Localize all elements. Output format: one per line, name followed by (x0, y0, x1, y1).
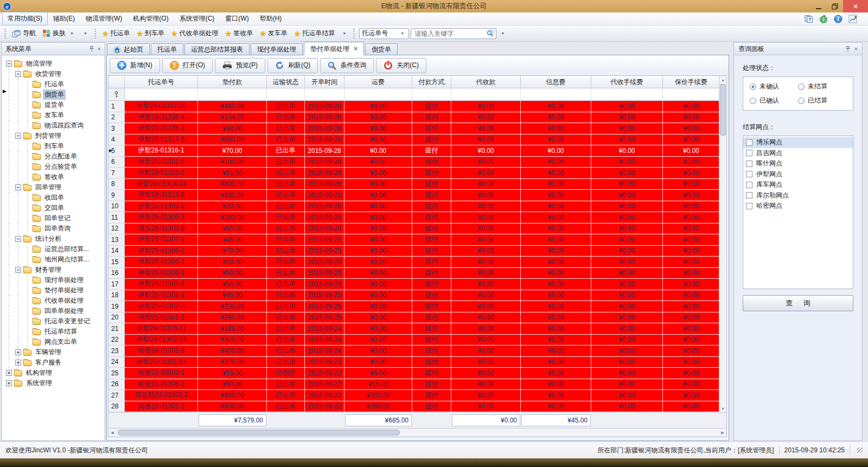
tree-item-回单单据处理[interactable]: 回单单据处理 (2, 306, 104, 316)
tab-起始页[interactable]: 起始页 (107, 43, 150, 55)
tree-item-交回单[interactable]: 交回单 (2, 203, 104, 213)
condition-query-button[interactable]: 条件查询 (320, 58, 374, 73)
favorite-button[interactable]: ★签收单 (222, 29, 257, 38)
tree-item-地州网点结算...[interactable]: 地州网点结算... (2, 254, 104, 265)
tree-item-统计分析[interactable]: 统计分析 (2, 234, 104, 244)
minimize-button[interactable] (810, 0, 827, 12)
search-icon[interactable] (487, 30, 494, 37)
menu-item[interactable]: 常用功能(S) (2, 12, 48, 25)
tree-item-回单管理[interactable]: 回单管理 (2, 182, 104, 193)
table-row[interactable]: 2伊犁28-01336-4¥134.00已出单2015-09-28¥0.00提付… (108, 112, 726, 124)
tab-运营总部结算报表[interactable]: 运营总部结算报表 (184, 43, 250, 55)
filter-cell[interactable] (591, 88, 663, 101)
checkbox-icon[interactable] (746, 182, 752, 188)
radio-已结算[interactable]: 已结算 (798, 96, 846, 105)
tree-item-分点验货单[interactable]: 分点验货单 (2, 162, 104, 172)
filter-cell[interactable] (125, 88, 198, 101)
tree-item-财务管理[interactable]: 财务管理 (2, 265, 104, 275)
filter-cell[interactable] (344, 88, 412, 101)
preview-button[interactable]: 预览(P) (215, 58, 265, 73)
tree-item-发车单[interactable]: 发车单 (2, 110, 104, 120)
table-row[interactable]: 1伊犁28-01337-18¥480.00已出单2015-09-28¥0.00提… (108, 101, 726, 112)
resize-grip[interactable] (857, 447, 863, 453)
table-row[interactable]: 17伊犁25-01303-1¥55.00已出单2015-09-25¥0.00提付… (108, 279, 726, 290)
tree-item-收回单[interactable]: 收回单 (2, 193, 104, 203)
tree-item-回单登记[interactable]: 回单登记 (2, 213, 104, 223)
table-row[interactable]: 16伊犁25-01305-1¥50.00已出单2015-09-25¥0.00提付… (108, 268, 726, 279)
tab-托运单[interactable]: 托运单 (151, 43, 183, 55)
checkbox-icon[interactable] (746, 139, 752, 146)
scroll-up-icon[interactable]: ▲ (719, 76, 726, 84)
favorite-button[interactable]: ★托运单 (99, 29, 133, 38)
filter-cell[interactable] (267, 88, 305, 101)
table-row[interactable]: 28焉耆22-01301-2¥800.00已出单2015-09-22¥260.0… (108, 401, 726, 413)
tree-item-物流管理[interactable]: 物流管理 (2, 59, 104, 69)
favorite-button[interactable]: ★发车单 (256, 29, 291, 38)
tree-item-车辆管理[interactable]: 车辆管理 (2, 347, 104, 357)
network-item-库车网点[interactable]: 库车网点 (743, 180, 853, 190)
tree-item-托运单变更登记[interactable]: 托运单变更登记 (2, 316, 104, 327)
collapse-icon[interactable] (15, 71, 21, 77)
collapse-icon[interactable] (15, 184, 21, 190)
column-header-代收手续费[interactable]: 代收手续费 (591, 76, 663, 88)
table-row[interactable]: 6伊犁28-01301-6¥100.00已出单2015-09-28¥0.00提付… (108, 157, 726, 168)
table-row[interactable]: 19伊犁25-01302-3¥230.00已出单2015-09-25¥0.00提… (108, 301, 726, 312)
table-row[interactable]: 21伊犁24-01303-17¥185.00已出单2015-09-24¥0.00… (108, 323, 726, 335)
search-type-combobox[interactable]: 托运单号 ▼ (359, 28, 409, 39)
table-row[interactable]: 9伊犁28-01313-8¥330.00已出单2015-09-28¥0.00提付… (108, 190, 726, 201)
table-row[interactable]: 14伊犁25-01306-1¥70.00已出单2015-09-25¥0.00提付… (108, 246, 726, 257)
network-item-哈密网点[interactable]: 哈密网点 (743, 201, 853, 212)
close-icon[interactable]: × (98, 46, 101, 52)
favorite-button[interactable]: ★托运单结算 (291, 29, 339, 38)
tree-item-垫付单据处理[interactable]: 垫付单据处理 (2, 285, 104, 296)
tree-item-到车单[interactable]: 到车单 (2, 141, 104, 151)
tree-item-提货单[interactable]: 提货单 (2, 100, 104, 110)
table-row[interactable]: 3伊犁28-01335-2¥48.00已出单2015-09-28¥0.00提付¥… (108, 123, 726, 135)
tree-item-网点支出单[interactable]: 网点支出单 (2, 337, 104, 347)
table-row[interactable]: 24伊犁23-01301-13¥370.00已出单2015-09-23¥0.00… (108, 357, 726, 368)
favorite-button[interactable]: ★到车单 (133, 29, 168, 38)
favorite-button[interactable]: ★代收单据处理 (168, 29, 222, 38)
open-button[interactable]: i打开(O) (162, 58, 213, 73)
table-row[interactable]: 12博乐26-01302-6¥60.00已出单2015-09-26¥0.00提付… (108, 223, 726, 235)
expand-icon[interactable] (15, 349, 21, 355)
filter-cell[interactable] (451, 88, 521, 101)
pin-icon[interactable] (89, 46, 94, 52)
network-item-库尔勒网点[interactable]: 库尔勒网点 (743, 190, 853, 201)
radio-已确认[interactable]: 已确认 (750, 96, 798, 105)
table-row[interactable]: 13伊犁25-01307-1¥45.00已出单2015-09-25¥0.00提付… (108, 234, 726, 246)
vertical-scrollbar[interactable]: ▲ ▼ (719, 76, 726, 412)
table-row[interactable]: 18伊犁25-01302-1¥45.00已出单2015-09-25¥0.00提付… (108, 290, 726, 302)
table-row[interactable]: 4伊犁28-01317-6¥680.00已出单2015-09-28¥0.00提付… (108, 135, 726, 146)
chart-icon[interactable] (848, 15, 857, 23)
navigation-button[interactable]: 导航 (9, 27, 39, 40)
table-row[interactable]: 25哈密22-00602-1¥55.00已倒货2015-09-22¥5.00提付… (108, 368, 726, 379)
menu-item[interactable]: 物流管理(W) (80, 12, 127, 25)
column-header-垫付款[interactable]: 垫付款 (198, 76, 267, 88)
refresh-button[interactable]: 刷新(Q) (267, 58, 318, 73)
filter-cell[interactable] (198, 88, 267, 101)
tab-倒货单[interactable]: 倒货单 (365, 43, 398, 55)
table-row[interactable]: 11伊犁26-01305-3¥283.00已出单2015-09-26¥0.00提… (108, 212, 726, 223)
table-row[interactable]: ▶5伊犁28-01316-1¥70.00已出单2015-09-28¥0.00提付… (108, 145, 726, 157)
tree-item-机构管理[interactable]: 机构管理 (2, 368, 104, 378)
info-icon[interactable]: i (834, 15, 843, 23)
menu-item[interactable]: 辅助(E) (48, 12, 80, 25)
horizontal-scrollbar[interactable]: ◀ ▶ (108, 428, 726, 437)
tree-item-分点配送单[interactable]: 分点配送单 (2, 151, 104, 162)
filter-cell[interactable] (663, 88, 720, 101)
globe-icon[interactable] (819, 15, 828, 23)
restore-button[interactable] (827, 0, 843, 12)
filter-cell[interactable] (521, 88, 591, 101)
column-header-运输状态[interactable]: 运输状态 (267, 76, 305, 88)
tab-垫付单据处理[interactable]: 垫付单据处理× (304, 42, 364, 55)
tree-item-代收单据处理[interactable]: 代收单据处理 (2, 296, 104, 306)
checkbox-icon[interactable] (746, 171, 752, 177)
tree-item-收货管理[interactable]: 收货管理 (2, 69, 104, 79)
horizontal-scroll-thumb[interactable] (118, 430, 400, 436)
radio-未结算[interactable]: 未结算 (798, 82, 846, 91)
collapse-icon[interactable] (15, 133, 21, 139)
tree-item-倒货单[interactable]: 倒货单 (2, 89, 104, 100)
collapse-icon[interactable] (6, 61, 12, 67)
tree-item-客户服务[interactable]: 客户服务 (2, 357, 104, 368)
